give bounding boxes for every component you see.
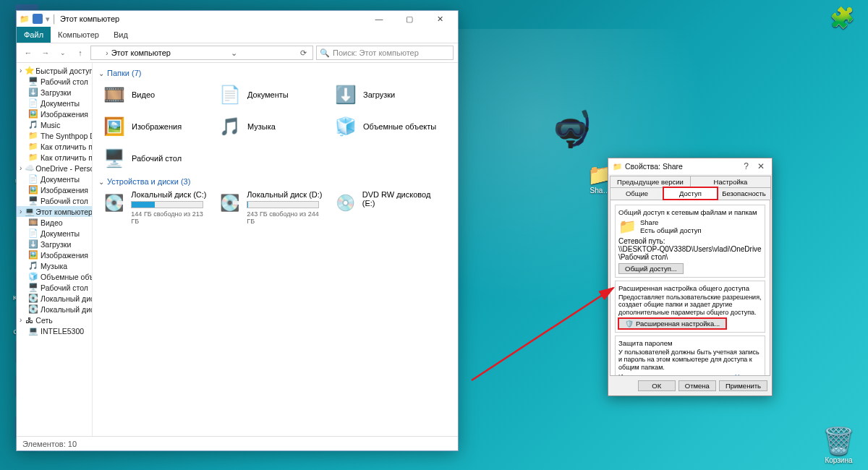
dialog-title: Свойства: Share [625, 162, 683, 171]
nav-item[interactable]: 💻INTELE5300 [17, 325, 92, 336]
folder-tile[interactable]: ⬇️Загрузки [330, 79, 446, 111]
nav-item[interactable]: 🖥️Рабочий стол [17, 76, 92, 87]
window-title: Этот компьютер [60, 14, 119, 23]
properties-tab[interactable]: Предыдущие версии [610, 176, 691, 187]
folder-tile[interactable]: 🎵Музыка [214, 111, 330, 142]
folder-label: Рабочий стол [132, 154, 182, 163]
window-close-button[interactable]: ✕ [425, 11, 455, 27]
net-path-label: Сетевой путь: [618, 237, 665, 245]
drive-tile[interactable]: 💿DVD RW дисковод (E:) [330, 187, 446, 228]
nav-item[interactable]: 🖼️Изображения [17, 108, 92, 119]
folder-tile[interactable]: 🖼️Изображения [98, 111, 214, 142]
ribbon-tab-computer[interactable]: Компьютер [51, 27, 106, 43]
apply-button[interactable]: Применить [719, 380, 767, 391]
folder-label: Документы [247, 90, 289, 99]
nav-item-icon: 🎵 [28, 261, 38, 270]
nav-item[interactable]: 📄Документы [17, 174, 92, 184]
share-name: Share [640, 218, 658, 226]
nav-back-button[interactable]: ← [21, 46, 35, 60]
password-desc: У пользователей должны быть учетная запи… [618, 349, 762, 371]
nav-item[interactable]: 🖼️Изображения [17, 249, 92, 260]
content-pane[interactable]: Папки (7) 🎞️Видео📄Документы⬇️Загрузки🖼️И… [93, 63, 458, 436]
nav-item[interactable]: 🖥️Рабочий стол [17, 282, 92, 293]
dialog-tabs: Предыдущие версииНастройкаОбщиеДоступБез… [608, 174, 772, 200]
folder-tile[interactable]: 📄Документы [214, 79, 330, 111]
properties-tab[interactable]: Настройка [690, 176, 771, 187]
ribbon-tab-view[interactable]: Вид [106, 27, 135, 43]
properties-tab[interactable]: Общие [610, 187, 664, 200]
folder-icon: 📄 [217, 82, 243, 108]
desktop-control-panel-icon[interactable]: 🧩 [830, 6, 855, 30]
nav-category[interactable]: 🖧Сеть [17, 315, 92, 325]
nav-category[interactable]: 💻Этот компьютер [17, 206, 92, 217]
nav-item[interactable]: 🖼️Изображения [17, 184, 92, 195]
nav-item-icon: 📄 [28, 98, 38, 108]
cancel-button[interactable]: Отмена [678, 380, 716, 391]
navigation-pane[interactable]: ⭐Быстрый доступ🖥️Рабочий стол⬇️Загрузки📄… [17, 63, 93, 436]
address-bar[interactable]: › Этот компьютер ⌄ ⟳ [90, 46, 313, 60]
nav-item[interactable]: ⬇️Загрузки [17, 87, 92, 98]
nav-category[interactable]: ⭐Быстрый доступ [17, 65, 92, 76]
folder-icon: 🎵 [217, 114, 243, 140]
nav-item[interactable]: 🧊Объемные объект [17, 271, 92, 282]
window-maximize-button[interactable]: ▢ [394, 11, 425, 27]
folder-icon: 🖥️ [101, 145, 127, 171]
drive-label: DVD RW дисковод (E:) [362, 190, 443, 208]
recycle-bin[interactable]: 🗑️ Корзина [822, 426, 855, 464]
nav-category[interactable]: ☁️OneDrive - Personal [17, 163, 92, 174]
window-minimize-button[interactable]: — [364, 11, 394, 27]
nav-forward-button[interactable]: → [38, 46, 53, 60]
dialog-close-button[interactable]: ✕ [754, 161, 767, 171]
dialog-help-button[interactable]: ? [741, 161, 752, 171]
nav-item[interactable]: 📁Как отличить пира [17, 141, 92, 152]
drive-icon: 💽 [101, 190, 127, 216]
folder-icon: ⬇️ [333, 82, 359, 108]
properties-tab[interactable]: Доступ [663, 187, 718, 200]
nav-item[interactable]: 💽Локальный диск (D [17, 304, 92, 315]
nav-item[interactable]: 🎵Music [17, 119, 92, 130]
nav-item[interactable]: 📁Как отличить пира [17, 152, 92, 163]
nav-item[interactable]: ⬇️Загрузки [17, 239, 92, 249]
folder-label: Объемные объекты [363, 122, 436, 131]
dialog-title-bar[interactable]: 📁 Свойства: Share ? ✕ [608, 158, 772, 174]
folder-tile[interactable]: 🧊Объемные объекты [330, 111, 446, 142]
nav-item[interactable]: 🎵Музыка [17, 260, 92, 271]
group-header-folders[interactable]: Папки (7) [98, 66, 452, 79]
drive-usage-bar [247, 201, 319, 208]
search-icon: 🔍 [320, 48, 330, 58]
folder-tile[interactable]: 🖥️Рабочий стол [98, 142, 214, 174]
nav-item[interactable]: 📄Документы [17, 228, 92, 239]
drive-tile[interactable]: 💽Локальный диск (D:)243 ГБ свободно из 2… [214, 187, 330, 228]
breadcrumb-current[interactable]: Этот компьютер [111, 48, 171, 57]
drive-tile[interactable]: 💽Локальный диск (C:)144 ГБ свободно из 2… [98, 187, 214, 228]
folder-label: Загрузки [363, 90, 395, 99]
share-button[interactable]: Общий доступ... [618, 263, 684, 274]
nav-item[interactable]: 📄Документы [17, 98, 92, 108]
nav-up-button[interactable]: ↑ [73, 46, 88, 60]
properties-dialog: 📁 Свойства: Share ? ✕ Предыдущие версииН… [608, 158, 773, 396]
nav-item-icon: 📄 [28, 228, 38, 238]
nav-item[interactable]: 🎞️Видео [17, 217, 92, 228]
nav-item[interactable]: 📁The Synthpop Disco [17, 130, 92, 141]
folder-tile[interactable]: 🎞️Видео [98, 79, 214, 111]
share-state: Есть общий доступ [640, 226, 702, 234]
nav-item[interactable]: 💽Локальный диск (C [17, 293, 92, 304]
nav-item[interactable]: 🖥️Рабочий стол [17, 195, 92, 206]
group-header-drives[interactable]: Устройства и диски (3) [98, 174, 452, 187]
ribbon-tab-file[interactable]: Файл [17, 27, 51, 43]
advanced-button-label: Расширенная настройка... [636, 320, 720, 328]
window-title-bar[interactable]: 📁 ▾ │ Этот компьютер — ▢ ✕ [17, 11, 458, 27]
address-refresh-button[interactable]: ⟳ [297, 48, 310, 58]
advanced-sharing-button[interactable]: 🛡️ Расширенная настройка... [618, 318, 726, 329]
nav-item-icon: 🖥️ [28, 283, 38, 292]
search-input[interactable]: 🔍 Поиск: Этот компьютер [316, 46, 454, 60]
nav-item-icon: 💽 [28, 304, 38, 314]
properties-tab[interactable]: Безопасность [717, 187, 771, 200]
nav-recent-button[interactable]: ⌄ [56, 46, 70, 60]
nav-item-icon: 📁 [28, 131, 38, 140]
net-path-value: \\DESKTOP-Q0V338D\Users\vladi\OneDrive\Р… [618, 245, 762, 261]
address-dropdown-icon[interactable]: ⌄ [228, 48, 240, 58]
nav-item-icon: 📁 [28, 153, 38, 162]
drive-icon: 💽 [217, 190, 242, 216]
ok-button[interactable]: ОК [638, 380, 676, 391]
